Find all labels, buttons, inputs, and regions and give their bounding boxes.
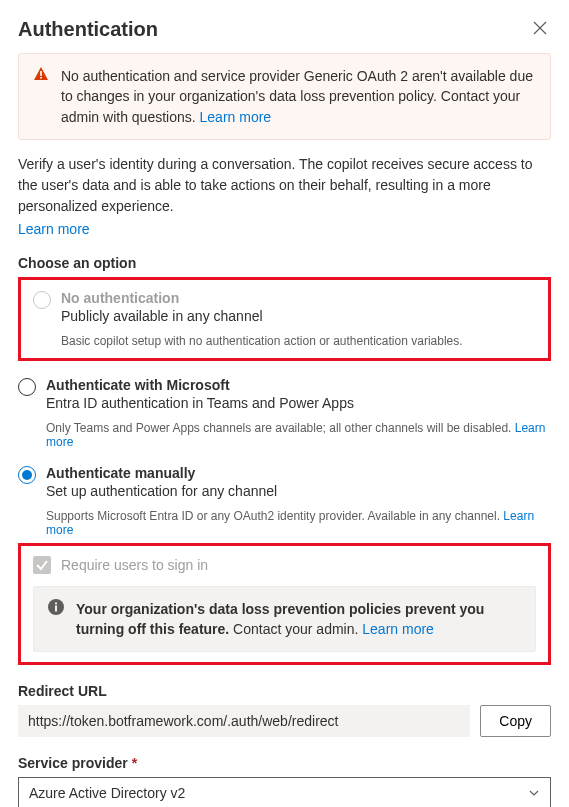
option-note: Only Teams and Power Apps channels are a… <box>46 421 515 435</box>
service-provider-label: Service provider * <box>18 755 551 771</box>
select-value: Azure Active Directory v2 <box>29 785 185 801</box>
option-no-authentication-highlight: No authentication Publicly available in … <box>18 277 551 361</box>
alert-text: No authentication and service provider G… <box>61 68 533 125</box>
info-learn-more-link[interactable]: Learn more <box>362 621 434 637</box>
close-icon <box>533 21 547 35</box>
choose-option-label: Choose an option <box>18 255 551 271</box>
option-note: Basic copilot setup with no authenticati… <box>61 334 536 348</box>
chevron-down-icon <box>528 787 540 799</box>
radio-no-authentication[interactable] <box>33 291 51 309</box>
svg-rect-4 <box>55 602 57 604</box>
radio-authenticate-microsoft[interactable] <box>18 378 36 396</box>
close-button[interactable] <box>533 21 551 39</box>
info-rest-text: Contact your admin. <box>229 621 362 637</box>
svg-rect-1 <box>40 77 42 79</box>
copy-button[interactable]: Copy <box>480 705 551 737</box>
option-title: No authentication <box>61 290 536 306</box>
description-text: Verify a user's identity during a conver… <box>18 156 532 214</box>
description-learn-more-link[interactable]: Learn more <box>18 221 90 237</box>
alert-learn-more-link[interactable]: Learn more <box>200 109 272 125</box>
redirect-url-label: Redirect URL <box>18 683 551 699</box>
service-provider-select[interactable]: Azure Active Directory v2 <box>18 777 551 807</box>
dlp-warning-alert: No authentication and service provider G… <box>18 53 551 140</box>
page-title: Authentication <box>18 18 158 41</box>
require-signin-label: Require users to sign in <box>61 557 208 573</box>
redirect-url-input[interactable] <box>18 705 470 737</box>
option-subtitle: Set up authentication for any channel <box>46 483 551 499</box>
require-signin-highlight: Require users to sign in Your organizati… <box>18 543 551 666</box>
svg-rect-3 <box>55 605 57 611</box>
radio-authenticate-manually[interactable] <box>18 466 36 484</box>
option-subtitle: Entra ID authentication in Teams and Pow… <box>46 395 551 411</box>
required-asterisk: * <box>132 755 137 771</box>
option-authenticate-microsoft[interactable]: Authenticate with Microsoft Entra ID aut… <box>18 377 551 449</box>
option-no-authentication[interactable]: No authentication Publicly available in … <box>33 290 536 348</box>
dlp-info-box: Your organization's data loss prevention… <box>33 586 536 653</box>
option-title: Authenticate with Microsoft <box>46 377 551 393</box>
option-note: Supports Microsoft Entra ID or any OAuth… <box>46 509 503 523</box>
option-title: Authenticate manually <box>46 465 551 481</box>
checkmark-icon <box>35 558 49 572</box>
require-signin-checkbox[interactable] <box>33 556 51 574</box>
option-subtitle: Publicly available in any channel <box>61 308 536 324</box>
svg-rect-0 <box>40 71 42 76</box>
warning-icon <box>33 66 49 127</box>
option-authenticate-manually[interactable]: Authenticate manually Set up authenticat… <box>18 465 551 537</box>
info-icon <box>48 599 64 640</box>
